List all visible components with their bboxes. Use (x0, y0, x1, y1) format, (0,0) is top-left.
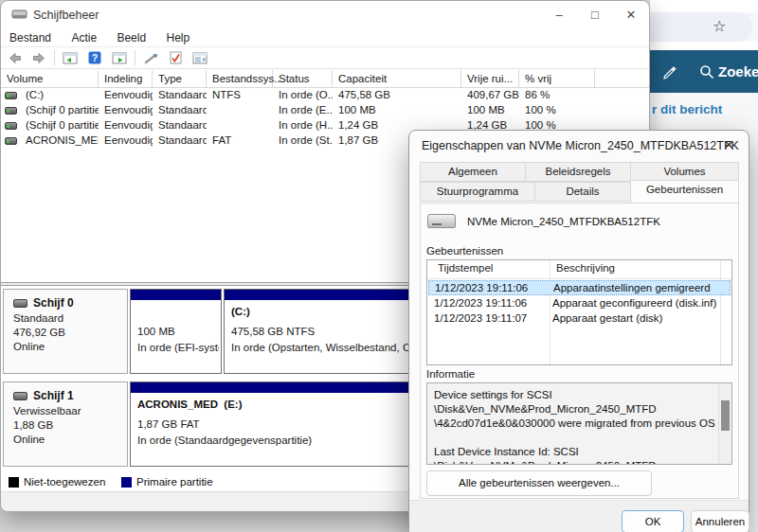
col-pct-vrij[interactable]: % vrij (519, 70, 595, 88)
toolbar: ? (1, 46, 649, 69)
back-icon[interactable] (5, 49, 24, 66)
col-capaciteit[interactable]: Capaciteit (333, 70, 461, 88)
col-type[interactable]: Type (153, 70, 207, 88)
bookmark-star-icon[interactable]: ☆ (713, 18, 726, 35)
cell-pct: 100 % (519, 104, 595, 115)
events-col-tijdstempel[interactable]: Tijdstempel (438, 262, 493, 274)
volume-row-c[interactable]: (C:) Eenvoudig Standaard NTFS In orde (O… (1, 88, 649, 103)
legend-unallocated-swatch (9, 477, 19, 488)
forward-icon[interactable] (29, 49, 48, 66)
partition-label: ACRONIS_MED (E:) (137, 399, 243, 410)
scrollbar-thumb[interactable] (721, 400, 730, 431)
disk0-type: Standaard (13, 312, 127, 324)
toolbar-separator (135, 50, 135, 65)
events-header-divider (427, 278, 731, 279)
cell-type: Standaard (153, 119, 207, 131)
cell-capaciteit: 475,58 GB (333, 89, 461, 100)
edit-pencil-icon[interactable] (661, 63, 677, 80)
volume-row-partitie1[interactable]: (Schijf 0 partitie 1) Eenvoudig Standaar… (1, 103, 649, 118)
cell-vrij: 100 MB (461, 104, 519, 115)
tab-details[interactable]: Details (534, 182, 631, 202)
titlebar: Schijfbeheer – □ ✕ (1, 1, 649, 29)
volume-icon (5, 122, 17, 130)
cell-volume: (Schijf 0 partitie 1) (20, 104, 99, 115)
event-row-selected[interactable]: 1/12/2023 19:11:06 Apparaatinstellingen … (428, 280, 731, 295)
menu-bestand[interactable]: Bestand (1, 29, 60, 46)
detail-pane-icon[interactable] (110, 49, 129, 66)
dialog-close-icon[interactable]: ✕ (709, 131, 749, 160)
col-bestandssys[interactable]: Bestandssys... (207, 70, 273, 88)
event-row[interactable]: 1/12/2023 19:11:07 Apparaat gestart (dis… (428, 311, 731, 327)
tab-beleidsregels[interactable]: Beleidsregels (525, 162, 631, 182)
site-header-bar: Zoeke (650, 50, 758, 93)
maximize-button[interactable]: □ (577, 1, 613, 29)
info-section-label: Informatie (426, 368, 475, 380)
disk1-size: 1,88 GB (13, 419, 127, 431)
menu-help[interactable]: Help (157, 29, 198, 46)
search-label[interactable]: Zoeke (718, 63, 758, 80)
col-vrije-ruimte[interactable]: Vrije rui... (461, 70, 519, 88)
disk1-status: Online (13, 434, 127, 445)
events-table: Tijdstempel Beschrijving 1/12/2023 19:11… (426, 259, 732, 365)
device-icon (427, 214, 456, 228)
disk-icon (13, 299, 27, 308)
cell-status: In orde (O... (273, 89, 333, 100)
help-icon[interactable]: ? (85, 49, 104, 66)
browser-gap (650, 42, 758, 50)
cell-capaciteit: 100 MB (333, 104, 461, 115)
menu-actie[interactable]: Actie (63, 29, 105, 46)
dialog-title: Eigenschappen van NVMe Micron_2450_MTFDK… (422, 139, 739, 152)
col-indeling[interactable]: Indeling (99, 70, 153, 88)
show-all-events-button[interactable]: Alle gebeurtenissen weergeven... (426, 470, 652, 496)
volume-icon (5, 137, 17, 145)
cancel-button[interactable]: Annuleren (691, 510, 749, 532)
close-button[interactable]: ✕ (613, 1, 649, 29)
browser-address-bar[interactable]: ☆ (650, 12, 752, 42)
info-box[interactable]: Device settings for SCSI \Disk&Ven_NVMe&… (426, 382, 732, 465)
tab-stuurprogramma[interactable]: Stuurprogramma (420, 182, 535, 202)
cell-indeling: Eenvoudig (99, 104, 153, 115)
console-tree-icon[interactable] (61, 49, 80, 66)
search-icon[interactable] (699, 63, 714, 80)
app-icon (11, 8, 27, 27)
cell-volume: (Schijf 0 partitie 4) (20, 119, 99, 131)
disk1-panel[interactable]: Schijf 1 Verwisselbaar 1,88 GB Online (3, 381, 128, 467)
partition-size: 100 MB (137, 326, 175, 337)
menu-beeld[interactable]: Beeld (108, 29, 154, 46)
tab-volumes[interactable]: Volumes (630, 162, 739, 182)
event-row[interactable]: 1/12/2023 19:11:06 Apparaat geconfiguree… (428, 296, 731, 311)
info-scrollbar[interactable] (718, 383, 731, 464)
event-timestamp: 1/12/2023 19:11:06 (434, 297, 527, 309)
background-link[interactable]: r dit bericht (652, 102, 722, 116)
tab-gebeurtenissen[interactable]: Gebeurtenissen (630, 180, 739, 203)
event-description: Apparaat gestart (disk) (552, 312, 662, 324)
disk0-size: 476,92 GB (13, 327, 127, 338)
minimize-button[interactable]: – (541, 1, 577, 29)
disk1-type: Verwisselbaar (13, 405, 127, 417)
disk0-panel[interactable]: Schijf 0 Standaard 476,92 GB Online (3, 289, 128, 374)
browser-toolbar-strip (650, 0, 758, 12)
cell-type: Standaard (153, 89, 207, 100)
ok-button[interactable]: OK (622, 510, 684, 532)
events-col-beschrijving[interactable]: Beschrijving (556, 262, 615, 274)
check-document-icon[interactable] (166, 49, 185, 66)
col-status[interactable]: Status (273, 70, 333, 88)
partition-status: In orde (EFI-syste (137, 342, 219, 353)
cell-indeling: Eenvoudig (99, 119, 153, 131)
cell-volume: (C:) (20, 89, 99, 100)
cell-vrij: 409,67 GB (461, 89, 519, 100)
cell-pct: 86 % (519, 89, 595, 100)
properties-icon[interactable] (190, 49, 209, 66)
col-volume[interactable]: Volume (1, 70, 99, 88)
tab-algemeen[interactable]: Algemeen (420, 162, 526, 182)
partition-label: (C:) (231, 306, 250, 317)
partition-efi[interactable]: 100 MB In orde (EFI-syste (130, 289, 222, 374)
wand-icon[interactable] (141, 49, 160, 66)
partition-size: 475,58 GB NTFS (231, 326, 315, 337)
info-line: \4&2cd07d1e&0&030000 were migrated from … (434, 417, 732, 429)
menubar: Bestand Actie Beeld Help (1, 29, 649, 46)
partition-type-band (131, 290, 221, 300)
event-timestamp: 1/12/2023 19:11:07 (434, 312, 527, 324)
event-description: Apparaat geconfigureerd (disk.inf) (552, 297, 716, 309)
legend-unallocated-label: Niet-toegewezen (24, 476, 105, 488)
